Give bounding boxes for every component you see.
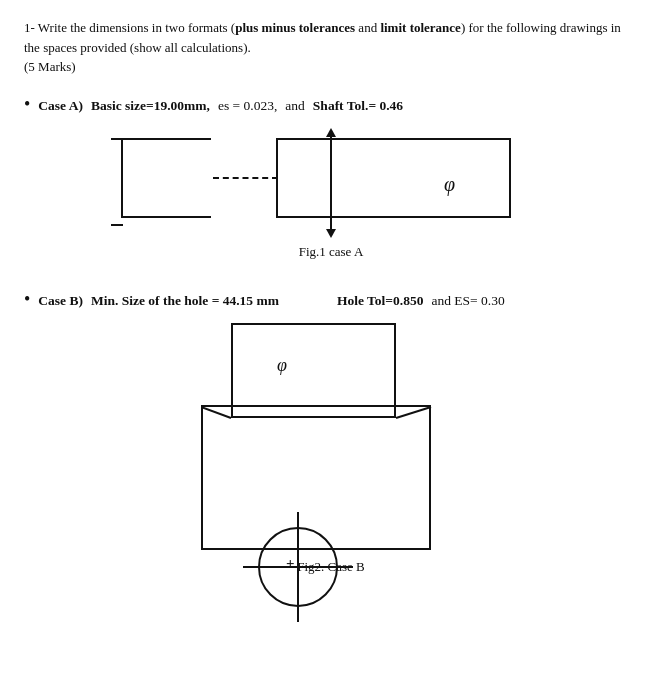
case-b-block: • Case B) Min. Size of the hole = 44.15 … [24, 290, 638, 575]
case-b-and-es: and ES= 0.30 [431, 293, 504, 309]
case-b-text: Min. Size of the hole = 44.15 mm [91, 293, 279, 309]
arrow-up [326, 128, 336, 137]
fig1-label: Fig.1 case A [24, 244, 638, 260]
crosshair-vertical [297, 512, 299, 622]
bold2: limit tolerance [380, 20, 461, 35]
fig1-arrow-vertical [326, 128, 336, 238]
case-a-and: and [285, 98, 305, 114]
case-a-shaft: Shaft Tol.= 0.46 [313, 98, 403, 114]
arrow-down [326, 229, 336, 238]
case-b-title: • Case B) Min. Size of the hole = 44.15 … [24, 290, 638, 309]
fig2-drawing: φ + [201, 323, 461, 553]
case-b-label: Case B) [38, 293, 83, 309]
fig2-phi: φ [277, 355, 287, 376]
case-a-bullet: • [24, 95, 30, 113]
crosshair-plus: + [286, 555, 295, 572]
case-a-title: • Case A) Basic size=19.00mm, es = 0.023… [24, 95, 638, 114]
fig2-circle-wrap: + [258, 527, 338, 607]
question-intro: Write the dimensions in two formats ( [38, 20, 235, 35]
fig1-drawing: φ [121, 128, 541, 238]
fig2-top-rect: φ [231, 323, 396, 418]
question-number: 1- [24, 20, 35, 35]
case-a-es: es = 0.023, [218, 98, 277, 114]
case-a-label: Case A) [38, 98, 83, 114]
marks: (5 Marks) [24, 59, 76, 74]
arrow-line-v [330, 137, 332, 229]
case-a-block: • Case A) Basic size=19.00mm, es = 0.023… [24, 95, 638, 260]
fig2-bottom-rect: + [201, 405, 431, 550]
fig1-phi-symbol: φ [444, 173, 455, 196]
case-a-text: Basic size=19.00mm, [91, 98, 210, 114]
bold1: plus minus tolerances [235, 20, 355, 35]
question-header: 1- Write the dimensions in two formats (… [24, 18, 638, 77]
question-middle: and [355, 20, 380, 35]
fig1-left-shape [121, 138, 211, 218]
fig1-dashed-line [213, 177, 278, 179]
case-b-bullet: • [24, 290, 30, 308]
case-b-hole-tol: Hole Tol=0.850 [337, 293, 423, 309]
fig1-right-rect: φ [276, 138, 511, 218]
